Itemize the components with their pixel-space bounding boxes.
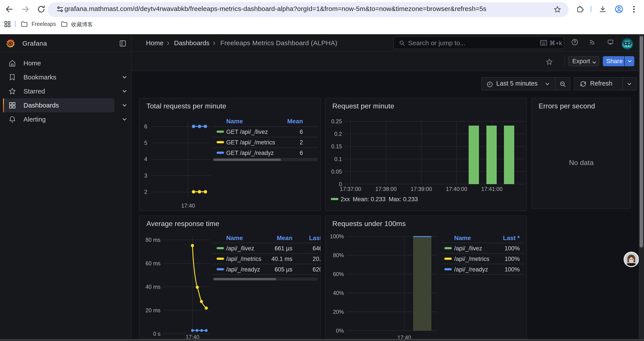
svg-text:/api/_/readyz: /api/_/readyz — [226, 266, 260, 273]
svg-text:/api/_/livez: /api/_/livez — [226, 245, 254, 252]
svg-text:GET /api/_/readyz: GET /api/_/readyz — [226, 150, 274, 156]
svg-text:100%: 100% — [504, 256, 520, 262]
svg-text:17:37:00: 17:37:00 — [340, 186, 361, 192]
svg-text:20%: 20% — [333, 309, 344, 315]
svg-text:/api/_/livez: /api/_/livez — [454, 245, 482, 252]
svg-text:Name: Name — [226, 118, 243, 125]
svg-text:40%: 40% — [333, 290, 344, 296]
svg-text:100%: 100% — [504, 266, 520, 273]
svg-text:6: 6 — [300, 129, 303, 135]
svg-text:646: 646 — [312, 245, 321, 252]
svg-text:Max: 0.233: Max: 0.233 — [389, 196, 418, 203]
svg-text:/api/_/metrics: /api/_/metrics — [226, 256, 261, 262]
svg-text:605 µs: 605 µs — [274, 266, 292, 273]
svg-text:Name: Name — [454, 235, 471, 241]
svg-text:Name: Name — [226, 235, 243, 241]
svg-text:/api/_/readyz: /api/_/readyz — [454, 266, 488, 273]
svg-text:60%: 60% — [333, 271, 344, 277]
svg-text:2: 2 — [300, 139, 303, 146]
svg-text:0.15: 0.15 — [331, 143, 342, 149]
svg-text:0.05: 0.05 — [331, 169, 342, 175]
svg-text:60 ms: 60 ms — [145, 260, 160, 266]
svg-text:Mean: Mean — [276, 235, 292, 241]
svg-text:80 ms: 80 ms — [145, 237, 160, 243]
svg-text:40 ms: 40 ms — [145, 284, 160, 290]
svg-text:17:40:00: 17:40:00 — [446, 186, 467, 192]
svg-text:661 µs: 661 µs — [274, 245, 292, 252]
svg-text:100%: 100% — [330, 233, 344, 239]
svg-text:5: 5 — [144, 140, 147, 146]
svg-text:Last *: Last * — [309, 235, 321, 241]
svg-text:Mean: Mean — [287, 118, 303, 125]
svg-text:0.25: 0.25 — [331, 118, 342, 124]
svg-text:17:40: 17:40 — [181, 203, 195, 209]
svg-text:Mean: 0.233: Mean: 0.233 — [353, 196, 386, 203]
svg-text:GET /api/_/livez: GET /api/_/livez — [226, 129, 268, 135]
svg-text:2xx: 2xx — [341, 196, 350, 203]
svg-text:3: 3 — [144, 172, 147, 179]
svg-text:17:40: 17:40 — [398, 334, 411, 339]
svg-text:17:39:00: 17:39:00 — [410, 186, 432, 192]
svg-text:20.5 ms: 20.5 ms — [312, 256, 321, 262]
svg-text:17:38:00: 17:38:00 — [375, 186, 396, 192]
svg-text:100%: 100% — [504, 245, 520, 252]
svg-text:Last *: Last * — [503, 235, 520, 241]
svg-text:20 ms: 20 ms — [145, 307, 160, 313]
svg-text:0.1: 0.1 — [334, 156, 342, 162]
svg-text:6: 6 — [144, 123, 147, 129]
svg-text:0%: 0% — [336, 327, 344, 334]
svg-text:17:40: 17:40 — [186, 334, 199, 339]
svg-text:/api/_/metrics: /api/_/metrics — [454, 256, 490, 262]
svg-text:40.1 ms: 40.1 ms — [271, 256, 292, 262]
svg-text:0.2: 0.2 — [334, 131, 342, 137]
svg-text:GET /api/_/metrics: GET /api/_/metrics — [226, 139, 275, 146]
svg-text:17:41:00: 17:41:00 — [481, 186, 502, 192]
svg-text:80%: 80% — [333, 252, 344, 258]
svg-text:620: 620 — [312, 266, 321, 273]
svg-text:2: 2 — [144, 189, 147, 195]
svg-text:0 s: 0 s — [153, 331, 160, 337]
svg-text:4: 4 — [144, 156, 147, 162]
svg-text:6: 6 — [300, 150, 303, 156]
